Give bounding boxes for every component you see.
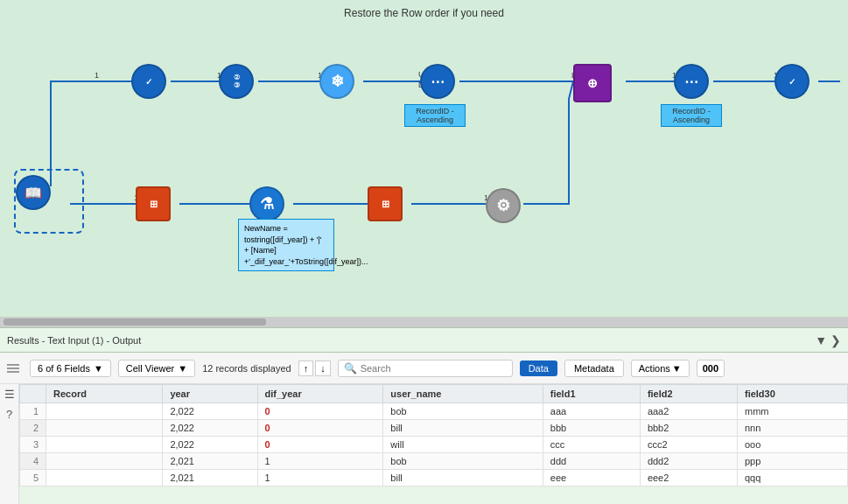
sort-buttons: ↑ ↓ (298, 360, 331, 376)
cell-field1: eee (543, 470, 640, 486)
fields-chevron-icon: ▼ (94, 363, 103, 374)
table-header-row: Record year dif_year user_name field1 fi… (20, 385, 848, 403)
cell-record (46, 470, 163, 486)
cell-dif-year: 1 (257, 453, 383, 470)
node-snowflake[interactable]: ❄ (319, 64, 354, 99)
cell-user-name: bob (383, 453, 543, 470)
side-panel: ☰ ? (0, 384, 19, 504)
node-dots-1[interactable]: ⋯ (420, 64, 455, 99)
node-book[interactable]: 📖 (16, 175, 51, 210)
node-gear[interactable]: ⚙ (486, 188, 521, 223)
col-header-user-name[interactable]: user_name (383, 385, 543, 403)
cell-field2: ccc2 (640, 437, 737, 453)
cell-user-name: will (383, 437, 543, 453)
sort-up-button[interactable]: ↑ (298, 360, 314, 376)
canvas-area: Restore the Row order if you need 1 1 1 … (0, 0, 848, 328)
cell-year: 2,022 (163, 420, 257, 437)
expand-button[interactable]: ❯ (830, 333, 841, 347)
cell-field2: eee2 (640, 470, 737, 486)
cell-viewer-label: Cell Viewer (126, 363, 174, 374)
cell-viewer-button[interactable]: Cell Viewer ▼ (118, 360, 195, 377)
results-bar: Results - Text Input (1) - Output ▼ ❯ (0, 328, 848, 353)
node-circle: ⊞ (136, 186, 171, 221)
search-input[interactable] (361, 363, 507, 374)
cell-user-name: bill (383, 470, 543, 486)
node-table-1[interactable]: ⊞ (136, 186, 171, 221)
cell-field1: aaa (543, 403, 640, 420)
cell-record (46, 403, 163, 420)
col-header-field30[interactable]: field30 (737, 385, 847, 403)
svg-text:1: 1 (95, 71, 99, 80)
node-check-2[interactable]: ✓ (774, 64, 809, 99)
cell-dif-year: 0 (257, 403, 383, 420)
node-numbered[interactable]: ②③ (219, 64, 254, 99)
table-row: 2 2,022 0 bill bbb bbb2 nnn (20, 420, 848, 437)
node-circle: ⚗ (249, 186, 284, 221)
results-table: Record year dif_year user_name field1 fi… (19, 384, 848, 486)
ooo-button[interactable]: 000 (697, 360, 725, 377)
row-number: 3 (20, 437, 46, 453)
row-number: 4 (20, 453, 46, 470)
node-circle: 📖 (16, 175, 51, 210)
side-icon-top[interactable]: ☰ (4, 388, 15, 401)
row-number: 1 (20, 403, 46, 420)
node-flask[interactable]: ⚗ (249, 186, 284, 221)
formula-tooltip: NewName = tostring([dif_year]) + '|' + [… (238, 219, 334, 271)
actions-button[interactable]: Actions ▼ (631, 360, 690, 377)
cell-record (46, 437, 163, 453)
node-circle: ⊞ (368, 186, 403, 221)
search-box[interactable]: 🔍 (338, 360, 513, 377)
col-header-dif-year[interactable]: dif_year (257, 385, 383, 403)
node-circle: ⊕ (573, 64, 612, 102)
table-row: 3 2,022 0 will ccc ccc2 ooo (20, 437, 848, 453)
col-header-field1[interactable]: field1 (543, 385, 640, 403)
table-row: 4 2,021 1 bob ddd ddd2 ppp (20, 453, 848, 470)
cell-field30: mmm (737, 403, 847, 420)
fields-label: 6 of 6 Fields (38, 363, 90, 374)
data-table: Record year dif_year user_name field1 fi… (19, 384, 848, 504)
col-header-record[interactable]: Record (46, 385, 163, 403)
node-check-1[interactable]: ✓ (131, 64, 166, 99)
drag-handle[interactable] (7, 364, 19, 373)
fields-button[interactable]: 6 of 6 Fields ▼ (30, 360, 111, 377)
cell-user-name: bob (383, 403, 543, 420)
cell-year: 2,022 (163, 437, 257, 453)
cell-field2: bbb2 (640, 420, 737, 437)
collapse-button[interactable]: ▼ (815, 333, 827, 347)
cell-year: 2,021 (163, 453, 257, 470)
node-circle: ②③ (219, 64, 254, 99)
col-header-field2[interactable]: field2 (640, 385, 737, 403)
side-icon-bottom[interactable]: ? (6, 408, 12, 421)
cell-dif-year: 0 (257, 437, 383, 453)
cell-field30: ppp (737, 453, 847, 470)
cell-field30: ooo (737, 437, 847, 453)
cell-field2: aaa2 (640, 403, 737, 420)
bottom-area: ☰ ? Record year dif_year user_name field… (0, 384, 848, 504)
cell-field2: ddd2 (640, 453, 737, 470)
cell-year: 2,021 (163, 470, 257, 486)
cell-field1: ddd (543, 453, 640, 470)
sort-down-button[interactable]: ↓ (315, 360, 331, 376)
cell-year: 2,022 (163, 403, 257, 420)
cell-field1: bbb (543, 420, 640, 437)
node-circle: ⋯ (674, 64, 709, 99)
cell-viewer-chevron-icon: ▼ (178, 363, 187, 374)
table-body: 1 2,022 0 bob aaa aaa2 mmm 2 2,022 0 bil… (20, 403, 848, 486)
metadata-button[interactable]: Metadata (564, 360, 624, 377)
search-icon: 🔍 (344, 362, 357, 374)
table-row: 1 2,022 0 bob aaa aaa2 mmm (20, 403, 848, 420)
node-circle: ⋯ (420, 64, 455, 99)
node-table-2[interactable]: ⊞ (368, 186, 403, 221)
row-number: 5 (20, 470, 46, 486)
canvas-scrollbar[interactable] (0, 317, 848, 327)
row-number: 2 (20, 420, 46, 437)
cell-field30: nnn (737, 420, 847, 437)
node-circle: ❄ (319, 64, 354, 99)
data-button[interactable]: Data (520, 360, 557, 376)
cell-dif-year: 1 (257, 470, 383, 486)
node-join[interactable]: ⊕ (573, 64, 612, 102)
cell-field30: qqq (737, 470, 847, 486)
node-dots-2[interactable]: ⋯ (674, 64, 709, 99)
records-count-label: 12 records displayed (202, 363, 291, 374)
col-header-year[interactable]: year (163, 385, 257, 403)
